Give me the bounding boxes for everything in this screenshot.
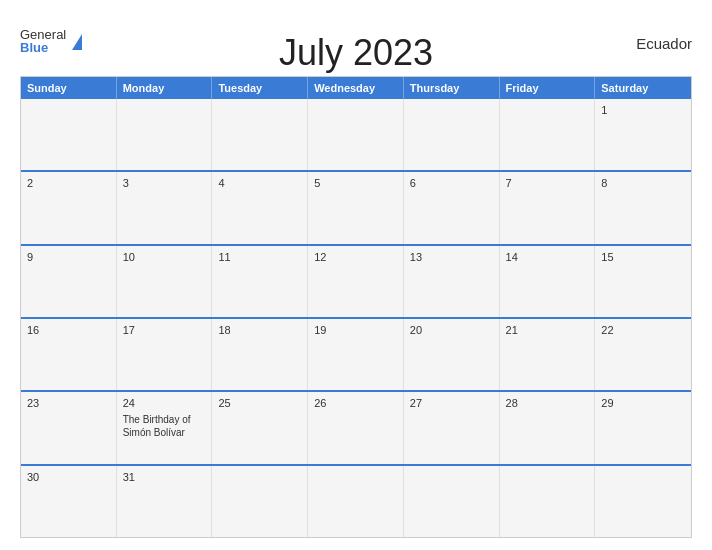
calendar-body: 123456789101112131415161718192021222324T… <box>21 99 691 537</box>
day-number: 30 <box>27 471 110 483</box>
calendar-cell: 5 <box>308 172 404 243</box>
calendar-cell: 31 <box>117 466 213 537</box>
day-number: 6 <box>410 177 493 189</box>
day-number: 5 <box>314 177 397 189</box>
calendar-cell: 8 <box>595 172 691 243</box>
day-number: 8 <box>601 177 685 189</box>
calendar-cell: 21 <box>500 319 596 390</box>
logo-text: General Blue <box>20 28 66 54</box>
calendar-week-6: 3031 <box>21 464 691 537</box>
calendar-cell: 12 <box>308 246 404 317</box>
day-number: 22 <box>601 324 685 336</box>
calendar-cell: 4 <box>212 172 308 243</box>
logo-blue-text: Blue <box>20 41 66 54</box>
logo: General Blue <box>20 28 82 54</box>
day-number: 16 <box>27 324 110 336</box>
calendar-cell <box>212 99 308 170</box>
day-number: 11 <box>218 251 301 263</box>
day-number: 31 <box>123 471 206 483</box>
day-number: 28 <box>506 397 589 409</box>
calendar-cell: 22 <box>595 319 691 390</box>
day-number: 17 <box>123 324 206 336</box>
calendar-cell: 23 <box>21 392 117 463</box>
calendar-cell: 27 <box>404 392 500 463</box>
col-friday: Friday <box>500 77 596 99</box>
calendar-cell: 26 <box>308 392 404 463</box>
day-number: 9 <box>27 251 110 263</box>
calendar-cell <box>500 99 596 170</box>
calendar-cell: 15 <box>595 246 691 317</box>
calendar-cell: 18 <box>212 319 308 390</box>
day-number: 20 <box>410 324 493 336</box>
day-number: 13 <box>410 251 493 263</box>
calendar-cell <box>21 99 117 170</box>
calendar-grid: Sunday Monday Tuesday Wednesday Thursday… <box>20 76 692 538</box>
day-number: 24 <box>123 397 206 409</box>
day-number: 19 <box>314 324 397 336</box>
calendar-week-2: 2345678 <box>21 170 691 243</box>
calendar-cell <box>404 99 500 170</box>
calendar-cell: 13 <box>404 246 500 317</box>
day-number: 23 <box>27 397 110 409</box>
col-sunday: Sunday <box>21 77 117 99</box>
calendar-cell: 20 <box>404 319 500 390</box>
calendar-cell <box>117 99 213 170</box>
calendar-cell: 11 <box>212 246 308 317</box>
col-wednesday: Wednesday <box>308 77 404 99</box>
calendar-cell: 29 <box>595 392 691 463</box>
calendar-cell: 25 <box>212 392 308 463</box>
calendar-cell <box>404 466 500 537</box>
day-number: 27 <box>410 397 493 409</box>
col-tuesday: Tuesday <box>212 77 308 99</box>
calendar-cell: 17 <box>117 319 213 390</box>
calendar-cell: 7 <box>500 172 596 243</box>
calendar-cell: 3 <box>117 172 213 243</box>
calendar-week-1: 1 <box>21 99 691 170</box>
day-number: 10 <box>123 251 206 263</box>
header: General Blue July 2023 Ecuador <box>20 16 692 66</box>
col-thursday: Thursday <box>404 77 500 99</box>
calendar-cell: 14 <box>500 246 596 317</box>
day-number: 12 <box>314 251 397 263</box>
calendar-cell: 28 <box>500 392 596 463</box>
calendar-header: Sunday Monday Tuesday Wednesday Thursday… <box>21 77 691 99</box>
calendar-cell: 16 <box>21 319 117 390</box>
calendar-title: July 2023 <box>279 32 433 74</box>
calendar-cell <box>308 99 404 170</box>
calendar-cell: 24The Birthday of Simón Bolívar <box>117 392 213 463</box>
day-number: 4 <box>218 177 301 189</box>
day-number: 21 <box>506 324 589 336</box>
calendar-cell: 10 <box>117 246 213 317</box>
day-number: 25 <box>218 397 301 409</box>
day-number: 26 <box>314 397 397 409</box>
calendar-cell: 2 <box>21 172 117 243</box>
calendar-cell: 19 <box>308 319 404 390</box>
day-number: 29 <box>601 397 685 409</box>
day-number: 1 <box>601 104 685 116</box>
country-label: Ecuador <box>636 35 692 52</box>
day-number: 3 <box>123 177 206 189</box>
calendar-cell: 1 <box>595 99 691 170</box>
logo-triangle-icon <box>72 34 82 50</box>
calendar-week-5: 2324The Birthday of Simón Bolívar2526272… <box>21 390 691 463</box>
calendar-cell <box>212 466 308 537</box>
calendar-week-3: 9101112131415 <box>21 244 691 317</box>
event-label: The Birthday of Simón Bolívar <box>123 413 206 439</box>
calendar-cell <box>595 466 691 537</box>
col-monday: Monday <box>117 77 213 99</box>
calendar-week-4: 16171819202122 <box>21 317 691 390</box>
calendar-cell: 9 <box>21 246 117 317</box>
calendar-cell: 6 <box>404 172 500 243</box>
calendar-page: General Blue July 2023 Ecuador Sunday Mo… <box>0 0 712 550</box>
calendar-cell: 30 <box>21 466 117 537</box>
day-number: 18 <box>218 324 301 336</box>
calendar-cell <box>500 466 596 537</box>
day-number: 15 <box>601 251 685 263</box>
day-number: 14 <box>506 251 589 263</box>
col-saturday: Saturday <box>595 77 691 99</box>
day-number: 7 <box>506 177 589 189</box>
calendar-cell <box>308 466 404 537</box>
day-number: 2 <box>27 177 110 189</box>
